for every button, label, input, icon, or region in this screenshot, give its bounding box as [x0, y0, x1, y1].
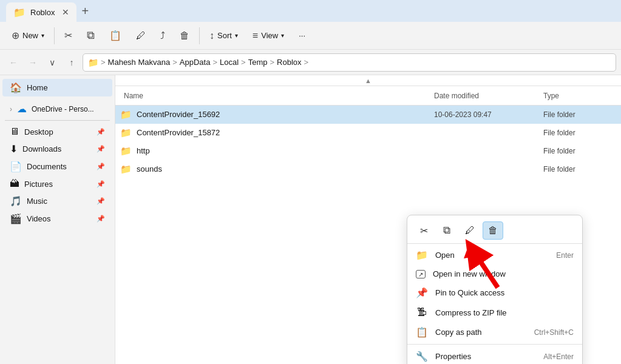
tab-folder-icon: 📁 — [13, 7, 25, 18]
sidebar-downloads-label: Downloads — [22, 144, 61, 153]
ctx-rename-button[interactable]: 🖊 — [460, 221, 480, 240]
copy-icon: ⧉ — [87, 29, 95, 42]
context-toolbar: ✂ ⧉ 🖊 🗑 — [407, 218, 582, 244]
more-button[interactable]: ··· — [292, 27, 312, 44]
new-button[interactable]: ⊕ New ▾ — [5, 26, 51, 45]
sidebar-item-desktop[interactable]: 🖥 Desktop 📌 — [2, 123, 112, 140]
new-label: New — [22, 31, 38, 40]
sidebar-pictures-label: Pictures — [24, 180, 53, 189]
paste-button[interactable]: 📋 — [103, 26, 128, 45]
file-name: ContentProvider_15692 — [137, 110, 434, 119]
view-button[interactable]: ≡ View ▾ — [246, 27, 291, 45]
ctx-delete-button[interactable]: 🗑 — [483, 221, 503, 240]
copy-button[interactable]: ⧉ — [80, 25, 101, 46]
close-tab-button[interactable]: ✕ — [62, 7, 69, 17]
ctx-properties-label: Properties — [435, 352, 536, 361]
delete-button[interactable]: 🗑 — [173, 27, 196, 45]
sidebar-onedrive-label: OneDrive - Perso... — [32, 105, 94, 113]
table-row[interactable]: 📁 http File folder — [115, 142, 621, 160]
view-icon: ≡ — [253, 30, 258, 41]
sidebar-item-onedrive[interactable]: › ☁ OneDrive - Perso... — [2, 100, 112, 118]
music-icon: 🎵 — [10, 195, 22, 207]
sidebar-item-pictures[interactable]: 🏔 Pictures 📌 — [2, 175, 112, 192]
sort-label: Sort — [217, 31, 232, 40]
nav-expand-button[interactable]: ∨ — [44, 54, 61, 71]
cut-button[interactable]: ✂ — [58, 26, 79, 45]
breadcrumb-appdata[interactable]: AppData — [180, 58, 211, 67]
collapse-bar[interactable]: ▲ — [115, 75, 621, 86]
file-date: 10-06-2023 09:47 — [434, 110, 543, 119]
new-tab-button[interactable]: + — [81, 4, 89, 18]
file-type: File folder — [543, 110, 616, 119]
delete-icon: 🗑 — [180, 30, 189, 41]
ctx-zip-label: Compress to ZIP file — [435, 308, 574, 317]
file-panel: ▲ Name Date modified Type 📁 ContentProvi… — [115, 75, 621, 364]
folder-icon: 📁 — [120, 146, 132, 157]
sidebar-documents-label: Documents — [27, 162, 67, 171]
breadcrumb-roblox[interactable]: Roblox — [277, 58, 301, 67]
main-layout: 🏠 Home › ☁ OneDrive - Perso... 🖥 Desktop… — [0, 75, 621, 364]
sort-icon: ↕ — [209, 30, 214, 41]
videos-icon: 🎬 — [10, 213, 22, 224]
up-button[interactable]: ↑ — [63, 54, 80, 71]
active-tab[interactable]: 📁 Roblox ✕ — [6, 2, 76, 22]
sidebar: 🏠 Home › ☁ OneDrive - Perso... 🖥 Desktop… — [0, 75, 115, 364]
sidebar-item-music[interactable]: 🎵 Music 📌 — [2, 192, 112, 210]
header-name[interactable]: Name — [120, 92, 434, 100]
file-list-header: Name Date modified Type — [115, 86, 621, 106]
ctx-zip-icon: 🗜 — [416, 307, 428, 318]
breadcrumb-local[interactable]: Local — [220, 58, 239, 67]
file-name: http — [137, 146, 434, 155]
more-label: ··· — [299, 31, 305, 40]
header-date[interactable]: Date modified — [434, 92, 543, 100]
ctx-cut-button[interactable]: ✂ — [413, 221, 434, 240]
ctx-pin-quick-access[interactable]: 📌 Pin to Quick access — [407, 283, 582, 303]
toolbar: ⊕ New ▾ ✂ ⧉ 📋 🖊 ⤴ 🗑 ↕ Sort ▾ ≡ View ▾ ··… — [0, 22, 621, 50]
ctx-copy-path-shortcut: Ctrl+Shift+C — [534, 328, 574, 337]
ctx-cut-icon: ✂ — [420, 225, 428, 237]
sidebar-item-documents[interactable]: 📄 Documents 📌 — [2, 158, 112, 175]
nav-bar: ← → ∨ ↑ 📁 > Mahesh Makvana > AppData > L… — [0, 50, 621, 75]
sidebar-item-videos[interactable]: 🎬 Videos 📌 — [2, 210, 112, 228]
ctx-copy-path[interactable]: 📋 Copy as path Ctrl+Shift+C — [407, 322, 582, 342]
new-chevron-icon: ▾ — [41, 32, 44, 39]
table-row[interactable]: 📁 ContentProvider_15692 10-06-2023 09:47… — [115, 106, 621, 124]
folder-icon: 📁 — [120, 164, 132, 175]
context-menu: ✂ ⧉ 🖊 🗑 📁 Open Enter ↗ Open in new w — [407, 215, 583, 364]
pictures-icon: 🏔 — [10, 178, 19, 189]
ctx-open-new-window[interactable]: ↗ Open in new window — [407, 265, 582, 283]
breadcrumb-mahesh[interactable]: Mahesh Makvana — [108, 58, 171, 67]
documents-icon: 📄 — [10, 161, 22, 172]
ctx-pin-icon: 📌 — [416, 287, 428, 298]
rename-icon: 🖊 — [136, 30, 146, 41]
sidebar-item-home[interactable]: 🏠 Home — [2, 79, 112, 96]
file-name: ContentProvider_15872 — [137, 128, 434, 137]
pin-videos-icon: 📌 — [97, 215, 105, 223]
share-button[interactable]: ⤴ — [154, 27, 172, 45]
table-row[interactable]: 📁 sounds File folder — [115, 160, 621, 178]
breadcrumb[interactable]: 📁 > Mahesh Makvana > AppData > Local > T… — [83, 53, 616, 72]
table-row[interactable]: 📁 ContentProvider_15872 File folder — [115, 124, 621, 142]
sidebar-item-downloads[interactable]: ⬇ Downloads 📌 — [2, 140, 112, 158]
file-type: File folder — [543, 165, 616, 174]
sort-button[interactable]: ↕ Sort ▾ — [203, 27, 245, 45]
collapse-icon: ▲ — [365, 77, 372, 84]
toolbar-divider-2 — [199, 27, 200, 44]
ctx-open[interactable]: 📁 Open Enter — [407, 245, 582, 265]
ctx-open-window-icon: ↗ — [416, 270, 426, 278]
paste-icon: 📋 — [109, 30, 121, 41]
view-chevron-icon: ▾ — [281, 32, 284, 39]
rename-button[interactable]: 🖊 — [129, 27, 152, 45]
back-button[interactable]: ← — [5, 54, 22, 71]
ctx-open-icon: 📁 — [416, 249, 428, 261]
sidebar-desktop-label: Desktop — [24, 127, 53, 136]
header-type[interactable]: Type — [543, 92, 616, 100]
sidebar-home-label: Home — [27, 83, 48, 92]
forward-button[interactable]: → — [24, 54, 41, 71]
breadcrumb-folder-icon: 📁 — [88, 58, 98, 67]
ctx-properties-icon: 🔧 — [416, 351, 428, 362]
ctx-compress-zip[interactable]: 🗜 Compress to ZIP file — [407, 303, 582, 322]
ctx-properties[interactable]: 🔧 Properties Alt+Enter — [407, 346, 582, 364]
ctx-copy-button[interactable]: ⧉ — [436, 221, 457, 240]
breadcrumb-temp[interactable]: Temp — [248, 58, 268, 67]
